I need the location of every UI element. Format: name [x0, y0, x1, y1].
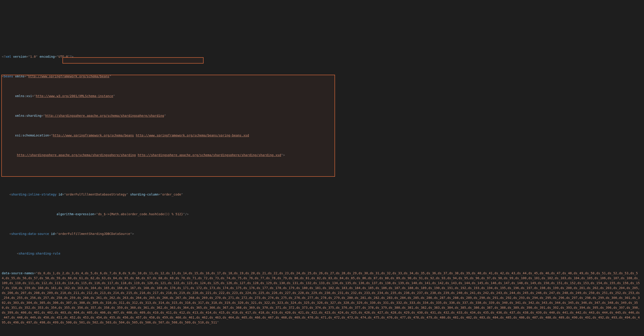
sharding-rule-tag: sharding:sharding-rule	[19, 252, 60, 255]
attr-id: id	[51, 232, 55, 236]
highlight-data-source-names	[1, 75, 335, 177]
code-line[interactable]: <sharding:inline-strategy id="orderFulfi…	[2, 192, 642, 197]
code-line[interactable]: <?xml version="1.0" encoding="UTF-8"?>	[2, 54, 642, 59]
blank-line	[2, 172, 642, 177]
attr-encoding: encoding	[40, 55, 55, 58]
code-line[interactable]: algorithm-expression="ds_$->{Math.abs(or…	[2, 212, 642, 217]
attr-version: version	[13, 55, 26, 58]
attr-xmlns-xsi: xmlns:xsi	[15, 94, 32, 98]
inline-strategy-tag: sharding:inline-strategy	[11, 193, 56, 196]
attr-xmlns-sharding: xmlns:sharding	[15, 114, 42, 117]
data-source-names-value: ds_0,ds_1,ds_2,ds_3,ds_4,ds_5,ds_6,ds_7,…	[2, 271, 640, 324]
code-line[interactable]: http://shardingsphere.apache.org/schema/…	[2, 153, 642, 157]
code-line[interactable]: <beans xmlns="http://www.springframework…	[2, 74, 642, 79]
attr-schema-location: xsi:schemaLocation	[15, 134, 49, 137]
attr-algorithm-expression: algorithm-expression	[56, 212, 94, 216]
code-line[interactable]: xmlns:sharding="http://shardingsphere.ap…	[2, 113, 642, 118]
attr-xmlns: xmlns	[15, 74, 24, 78]
xml-decl-name: xml	[6, 55, 11, 58]
code-line[interactable]: xmlns:xsi="http://www.w3.org/2001/XMLSch…	[2, 93, 642, 98]
code-line[interactable]: <sharding:data-source id="orderFulfillme…	[2, 231, 642, 236]
code-line[interactable]: xsi:schemaLocation="http://www.springfra…	[2, 133, 642, 138]
attr-data-source-names: data-source-names	[2, 271, 34, 275]
attr-sharding-column: sharding-column	[130, 193, 158, 196]
code-editor[interactable]: <?xml version="1.0" encoding="UTF-8"?> <…	[0, 20, 644, 336]
xml-decl-open: <?	[2, 55, 6, 58]
xml-decl-close: ?>	[70, 55, 74, 58]
beans-tag: beans	[4, 74, 13, 78]
code-line[interactable]: <sharding:sharding-rule	[2, 251, 642, 256]
data-source-tag: sharding:data-source	[11, 232, 49, 236]
attr-id: id	[58, 193, 62, 196]
data-source-names-block[interactable]: data-source-names="ds_0,ds_1,ds_2,ds_3,d…	[2, 271, 642, 325]
